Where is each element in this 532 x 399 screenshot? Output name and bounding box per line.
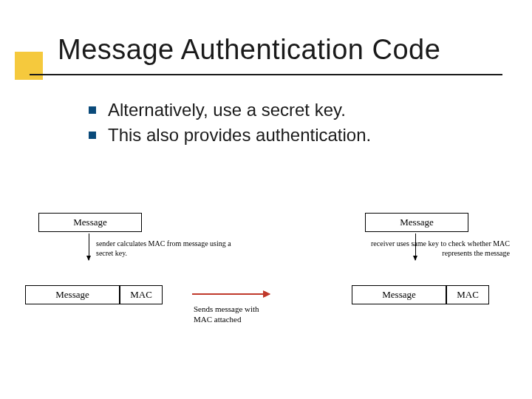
- bullet-square-icon: [89, 106, 96, 114]
- transmit-arrow-icon: [192, 293, 270, 295]
- bullet-list: Alternatively, use a secret key. This al…: [89, 100, 371, 150]
- bullet-text: Alternatively, use a secret key.: [108, 100, 346, 120]
- sender-message2-box: Message: [25, 285, 120, 304]
- title-underline: [30, 74, 502, 75]
- transmit-line2: MAC attached: [194, 315, 241, 324]
- transmit-caption: Sends message with MAC attached: [194, 304, 290, 325]
- list-item: Alternatively, use a secret key.: [89, 100, 371, 120]
- box-label: Message: [73, 216, 107, 228]
- transmit-line1: Sends message with: [194, 304, 259, 313]
- sender-mac-box: MAC: [120, 285, 163, 304]
- mac-diagram: Message sender calculates MAC from messa…: [22, 214, 510, 347]
- box-label: MAC: [130, 289, 152, 301]
- receiver-mac-box: MAC: [446, 285, 489, 304]
- sender-message-box: Message: [38, 213, 142, 232]
- box-label: Message: [382, 289, 416, 301]
- receiver-caption: receiver uses same key to check whether …: [369, 239, 510, 258]
- box-label: MAC: [457, 289, 479, 301]
- receiver-message-box: Message: [365, 213, 468, 232]
- box-label: Message: [400, 216, 434, 228]
- list-item: This also provides authentication.: [89, 125, 371, 146]
- bullet-text: This also provides authentication.: [108, 125, 371, 146]
- accent-square: [15, 52, 43, 80]
- receiver-message2-box: Message: [352, 285, 446, 304]
- bullet-square-icon: [89, 132, 96, 139]
- arrow-down-icon: [89, 233, 89, 260]
- sender-caption: sender calculates MAC from message using…: [96, 239, 236, 258]
- box-label: Message: [55, 289, 89, 301]
- slide-title: Message Authentication Code: [58, 34, 440, 66]
